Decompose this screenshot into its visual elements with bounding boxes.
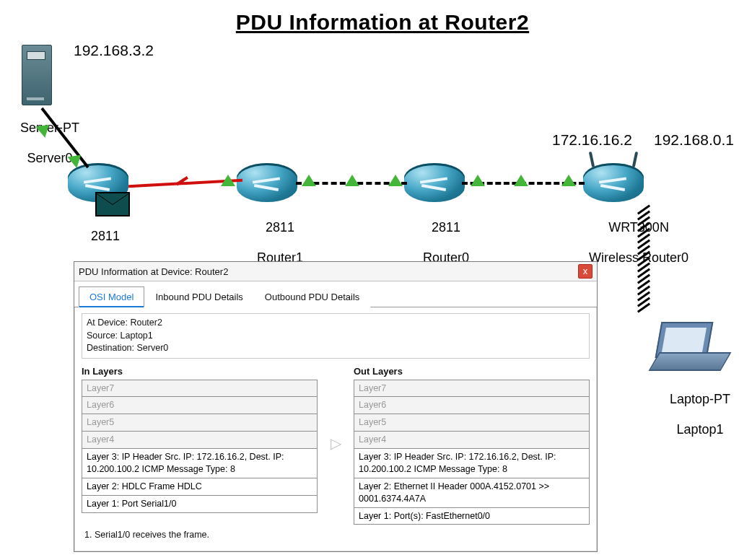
network-diagram: PDU Information at Router2 192.168.3.2 1…	[0, 0, 739, 560]
in-layer5[interactable]: Layer5	[82, 414, 318, 432]
pdu-envelope-icon	[95, 192, 130, 216]
in-layer2[interactable]: Layer 2: HDLC Frame HDLC	[82, 478, 318, 496]
ip-wr-lan: 192.168.0.1	[654, 131, 734, 149]
pdu-window: PDU Information at Device: Router2 x OSI…	[74, 261, 598, 552]
pdu-info-box: At Device: Router2 Source: Laptop1 Desti…	[82, 313, 590, 359]
out-layer3[interactable]: Layer 3: IP Header Src. IP: 172.16.16.2,…	[354, 448, 590, 478]
link-status-icon	[221, 175, 235, 186]
out-layer2[interactable]: Layer 2: Ethernet II Header 000A.4152.07…	[354, 478, 590, 508]
link-status-icon	[388, 175, 403, 186]
link-status-icon	[345, 175, 359, 186]
tab-outbound-pdu[interactable]: Outbound PDU Details	[254, 286, 371, 307]
router0-type: 2811	[432, 220, 460, 235]
in-layers-column: In Layers Layer7 Layer6 Layer5 Layer4 La…	[82, 363, 318, 525]
in-layer6[interactable]: Layer6	[82, 396, 318, 414]
ip-wr-wan: 172.16.16.2	[552, 131, 632, 149]
pdu-at-device: At Device: Router2	[87, 317, 585, 330]
device-server[interactable]	[17, 42, 58, 105]
device-laptop[interactable]	[654, 322, 726, 374]
pdu-event-note: 1. Serial1/0 receives the frame.	[82, 524, 590, 546]
router1-type: 2811	[266, 220, 294, 235]
device-wireless-router[interactable]	[583, 163, 644, 202]
out-layer4[interactable]: Layer4	[354, 431, 590, 449]
link-wireless	[634, 205, 651, 312]
link-status-icon	[471, 175, 485, 186]
layers-separator-icon: ▷	[331, 434, 341, 452]
ip-server: 192.168.3.2	[74, 42, 154, 59]
router2-type: 2811	[91, 229, 120, 243]
pdu-tabs: OSI Model Inbound PDU Details Outbound P…	[74, 281, 597, 307]
pdu-source: Source: Laptop1	[87, 330, 585, 343]
close-button[interactable]: x	[578, 264, 592, 279]
out-layers-column: Out Layers Layer7 Layer6 Layer5 Layer4 L…	[354, 363, 590, 525]
laptop-name: Laptop1	[677, 422, 724, 437]
link-status-icon	[514, 175, 528, 186]
page-title: PDU Information at Router2	[180, 10, 585, 35]
out-layer5[interactable]: Layer5	[354, 414, 590, 432]
in-layer4[interactable]: Layer4	[82, 431, 318, 449]
in-layer3[interactable]: Layer 3: IP Header Src. IP: 172.16.16.2,…	[82, 448, 318, 478]
pdu-window-title: PDU Information at Device: Router2	[79, 266, 228, 277]
link-status-icon	[561, 175, 576, 186]
tab-osi-model[interactable]: OSI Model	[79, 286, 144, 307]
tab-inbound-pdu[interactable]: Inbound PDU Details	[144, 286, 253, 307]
laptop-type: Laptop-PT	[670, 392, 730, 406]
out-layer7[interactable]: Layer7	[354, 380, 590, 398]
server-name: Server0	[27, 151, 73, 165]
out-layer1[interactable]: Layer 1: Port(s): FastEthernet0/0	[354, 507, 590, 525]
in-layers-title: In Layers	[82, 366, 318, 377]
pdu-destination: Destination: Server0	[87, 342, 585, 355]
out-layer6[interactable]: Layer6	[354, 396, 590, 414]
in-layer7[interactable]: Layer7	[82, 380, 318, 398]
out-layers-title: Out Layers	[354, 366, 590, 377]
device-router1[interactable]	[237, 163, 297, 202]
device-router0[interactable]	[404, 163, 465, 202]
in-layer1[interactable]: Layer 1: Port Serial1/0	[82, 495, 318, 513]
link-status-icon	[302, 175, 316, 186]
